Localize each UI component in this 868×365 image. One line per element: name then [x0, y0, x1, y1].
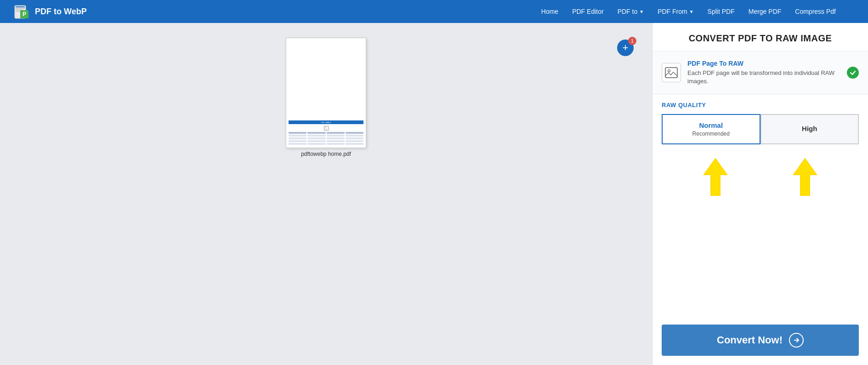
quality-section: RAW QUALITY Normal Recommended High — [652, 94, 868, 152]
nav-compress-pdf[interactable]: Compress Pdf — [795, 8, 836, 15]
add-file-button[interactable]: + 1 — [617, 40, 634, 56]
logo-icon: P — [14, 3, 31, 20]
nav-split-pdf[interactable]: Split PDF — [708, 8, 735, 15]
arrows-area — [652, 152, 868, 202]
arrow-high-icon — [789, 156, 821, 198]
right-panel: CONVERT PDF TO RAW IMAGE PDF Page To RAW… — [652, 23, 868, 365]
pdf-table-area: PDF TABLE ⤵ — [286, 118, 366, 148]
quality-high-label: High — [802, 125, 817, 132]
plus-icon: + — [623, 42, 629, 54]
convert-btn-area: Convert Now! — [652, 319, 868, 365]
conversion-text: PDF Page To RAW Each PDF page will be tr… — [687, 60, 840, 86]
quality-normal-button[interactable]: Normal Recommended — [662, 114, 760, 144]
svg-marker-10 — [794, 159, 817, 195]
pdf-thumbnail-container: PDF TABLE ⤵ — [286, 38, 366, 157]
nav-merge-pdf[interactable]: Merge PDF — [749, 8, 782, 15]
quality-high-button[interactable]: High — [760, 114, 859, 144]
nav-items: Home PDF Editor PDF to ▼ PDF From ▼ Spli… — [541, 8, 836, 15]
svg-rect-3 — [16, 10, 23, 10]
convert-now-label: Convert Now! — [717, 334, 783, 346]
logo-area: P PDF to WebP — [14, 3, 87, 20]
pdf-table-header: PDF TABLE — [289, 120, 363, 124]
convert-arrow-circle — [789, 333, 804, 348]
svg-marker-9 — [704, 159, 727, 195]
right-panel-title: CONVERT PDF TO RAW IMAGE — [652, 23, 868, 51]
pdf-table-rows — [289, 132, 363, 145]
file-count-badge: 1 — [628, 37, 636, 45]
nav-pdf-editor[interactable]: PDF Editor — [572, 8, 603, 15]
svg-rect-7 — [665, 68, 677, 78]
convert-arrow-icon — [792, 336, 800, 344]
quality-normal-label: Normal — [699, 121, 723, 129]
left-panel: + 1 PDF TABLE ⤵ — [0, 23, 652, 365]
quality-options: Normal Recommended High — [662, 114, 859, 144]
pdf-thumbnail[interactable]: PDF TABLE ⤵ — [286, 38, 366, 148]
nav-pdf-from[interactable]: PDF From ▼ — [658, 8, 693, 15]
arrow-normal-icon — [699, 156, 732, 198]
conversion-icon — [662, 63, 681, 82]
conversion-info: PDF Page To RAW Each PDF page will be tr… — [652, 51, 868, 94]
nav-pdf-to[interactable]: PDF to ▼ — [618, 8, 644, 15]
pdf-from-dropdown-arrow: ▼ — [689, 9, 694, 14]
conversion-desc: Each PDF page will be transformed into i… — [687, 69, 840, 86]
image-icon — [664, 66, 678, 80]
quality-normal-sublabel: Recommended — [692, 131, 730, 137]
svg-text:P: P — [23, 11, 26, 17]
check-icon — [847, 67, 859, 79]
pdf-page-white — [286, 38, 366, 118]
svg-point-8 — [668, 70, 670, 72]
pdf-filename: pdftowebp home.pdf — [301, 151, 351, 157]
pdf-to-dropdown-arrow: ▼ — [639, 9, 644, 14]
quality-label: RAW QUALITY — [662, 102, 859, 108]
main-content: + 1 PDF TABLE ⤵ — [0, 23, 868, 365]
conversion-title: PDF Page To RAW — [687, 60, 840, 67]
pdf-title-text: PDF TABLE — [321, 121, 331, 124]
svg-rect-1 — [16, 6, 25, 7]
convert-now-button[interactable]: Convert Now! — [662, 325, 859, 356]
header: P PDF to WebP Home PDF Editor PDF to ▼ P… — [0, 0, 868, 23]
pdf-thumbnail-inner: PDF TABLE ⤵ — [286, 38, 366, 148]
checkmark-icon — [849, 69, 857, 76]
nav-home[interactable]: Home — [541, 8, 558, 15]
svg-rect-2 — [16, 8, 25, 9]
logo-text: PDF to WebP — [35, 7, 87, 17]
